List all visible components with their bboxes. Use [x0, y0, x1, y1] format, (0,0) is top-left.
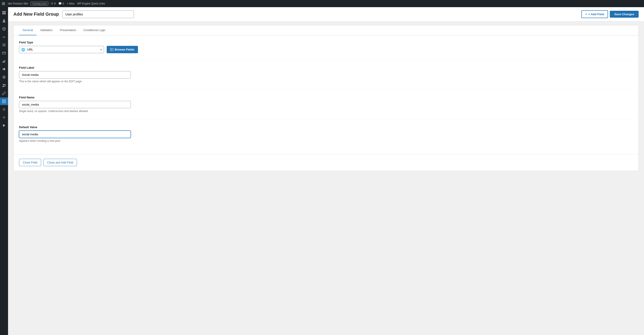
sidebar-icon-user[interactable] — [0, 17, 8, 24]
browse-fields-label: Browse Fields — [115, 48, 134, 51]
svg-rect-11 — [3, 46, 6, 46]
quick-links-item[interactable]: WP Engine Quick Links — [77, 2, 105, 5]
comment-icon: 💬 — [58, 2, 62, 5]
add-field-button[interactable]: + + Add Field — [582, 10, 608, 18]
field-type-select-wrapper: 🌐 URL Text Textarea Number Image File ▾ — [19, 46, 104, 53]
page-title: Add New Field Group — [14, 12, 59, 17]
svg-rect-15 — [3, 60, 4, 62]
action-buttons: Close Field Close and Add Field — [14, 154, 638, 171]
admin-bar: ⊞ Iain Poulson Site Coming soon ⟳ 9 💬 0 … — [0, 0, 644, 7]
close-field-button[interactable]: Close Field — [19, 159, 41, 166]
content-area: General Validation Presentation Conditio… — [8, 22, 644, 335]
field-name-section: Field Name Single word, no spaces. Under… — [19, 89, 633, 113]
comments-item[interactable]: 💬 0 — [58, 2, 64, 5]
new-item[interactable]: + New — [67, 2, 74, 5]
sidebar-icon-posts[interactable] — [0, 41, 8, 49]
svg-rect-12 — [2, 52, 6, 54]
wordpress-logo-icon[interactable]: ⊞ — [2, 1, 5, 6]
svg-rect-3 — [4, 13, 6, 14]
tab-validation[interactable]: Validation — [36, 25, 56, 35]
comment-count: 0 — [62, 2, 64, 5]
svg-point-26 — [3, 117, 4, 118]
svg-rect-14 — [2, 62, 3, 62]
sidebar-icon-settings2[interactable] — [0, 114, 8, 121]
tab-general-content: Field Type 🌐 URL Text Textarea Number Im… — [14, 35, 638, 154]
default-value-hint: Appears when creating a new post — [19, 139, 633, 142]
sidebar-icon-analytics[interactable] — [0, 57, 8, 65]
svg-point-4 — [3, 20, 5, 21]
updates-item[interactable]: ⟳ 9 — [51, 2, 56, 5]
svg-point-19 — [3, 84, 4, 85]
sidebar-icon-marketing[interactable] — [0, 65, 8, 73]
field-editor-card: General Validation Presentation Conditio… — [14, 25, 639, 171]
field-type-label: Field Type — [19, 41, 633, 44]
site-name[interactable]: Iain Poulson Site — [8, 2, 28, 5]
tab-general[interactable]: General — [19, 25, 36, 35]
tab-conditional-logic[interactable]: Conditional Logic — [80, 25, 109, 35]
plus-icon: + — [586, 12, 587, 16]
default-value-section: Default Value Appears when creating a ne… — [19, 119, 633, 142]
field-name-label: Field Name — [19, 96, 633, 99]
sidebar-icon-tools2[interactable] — [0, 90, 8, 97]
svg-text:W: W — [3, 36, 5, 38]
url-icon: 🌐 — [21, 48, 25, 52]
field-type-row: 🌐 URL Text Textarea Number Image File ▾ — [19, 46, 633, 53]
field-label-label: Field Label — [19, 66, 633, 69]
sidebar-icon-tools[interactable] — [0, 25, 8, 33]
sidebar-icon-payments[interactable] — [0, 49, 8, 57]
page-header: Add New Field Group + + Add Field Save C… — [8, 7, 644, 22]
updates-icon: ⟳ — [51, 2, 53, 5]
svg-point-25 — [3, 109, 4, 110]
field-label-input[interactable] — [19, 71, 131, 78]
sidebar-icon-acf[interactable] — [0, 98, 8, 105]
default-value-input[interactable] — [19, 130, 131, 138]
sidebar-icon-users[interactable] — [0, 82, 8, 89]
field-group-title-input[interactable] — [62, 10, 134, 18]
header-actions: + + Add Field Save Changes — [582, 10, 639, 18]
add-field-label: + Add Field — [588, 12, 604, 16]
sidebar-icon-woo[interactable]: W — [0, 33, 8, 41]
tab-presentation[interactable]: Presentation — [56, 25, 80, 35]
sidebar: W — [0, 7, 8, 335]
field-label-section: Field Label This is the name which will … — [19, 60, 633, 83]
field-type-select[interactable]: URL Text Textarea Number Image File — [19, 46, 104, 53]
field-label-hint: This is the name which will appear on th… — [19, 80, 633, 83]
svg-rect-0 — [2, 11, 4, 12]
field-name-input[interactable] — [19, 101, 131, 108]
sidebar-icon-settings[interactable] — [0, 106, 8, 113]
field-name-hint: Single word, no spaces. Underscores and … — [19, 110, 633, 113]
svg-point-18 — [3, 76, 4, 78]
svg-point-20 — [4, 84, 5, 85]
coming-soon-badge: Coming soon — [31, 2, 48, 5]
grid-icon — [110, 48, 113, 51]
svg-rect-9 — [3, 44, 6, 44]
default-value-label: Default Value — [19, 126, 633, 129]
svg-rect-16 — [4, 60, 5, 63]
sidebar-icon-play[interactable] — [0, 122, 8, 129]
field-type-section: Field Type 🌐 URL Text Textarea Number Im… — [19, 41, 633, 53]
svg-rect-10 — [3, 45, 6, 45]
svg-marker-17 — [3, 68, 5, 71]
svg-rect-2 — [2, 13, 4, 14]
svg-rect-1 — [4, 11, 6, 12]
save-changes-button[interactable]: Save Changes — [610, 11, 639, 18]
svg-marker-27 — [3, 124, 6, 127]
update-count: 9 — [54, 2, 56, 5]
tabs-bar: General Validation Presentation Conditio… — [14, 25, 638, 35]
sidebar-icon-extensions[interactable] — [0, 73, 8, 81]
main-content: Add New Field Group + + Add Field Save C… — [8, 7, 644, 335]
close-and-add-field-button[interactable]: Close and Add Field — [44, 159, 77, 166]
sidebar-icon-dashboard[interactable] — [0, 9, 8, 16]
browse-fields-button[interactable]: Browse Fields — [107, 46, 138, 53]
chevron-down-icon: ▾ — [100, 48, 102, 51]
